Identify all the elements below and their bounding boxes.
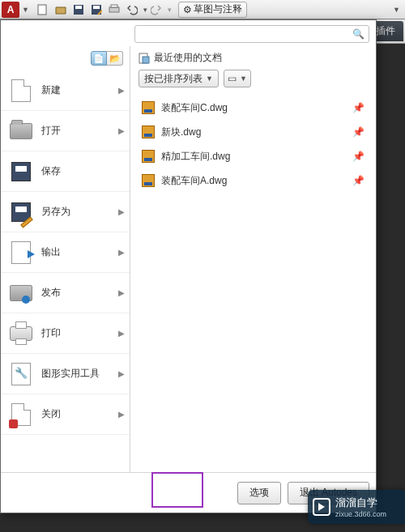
qat-print-icon[interactable] bbox=[106, 2, 122, 18]
play-icon bbox=[313, 498, 330, 516]
search-input[interactable]: 🔍 bbox=[134, 25, 369, 43]
workspace-arrow[interactable]: ▼ bbox=[393, 6, 400, 14]
save-icon bbox=[9, 160, 33, 184]
app-logo[interactable]: A bbox=[2, 2, 19, 18]
chevron-right-icon: ▶ bbox=[118, 288, 125, 297]
chevron-right-icon: ▶ bbox=[118, 369, 125, 378]
new-icon bbox=[9, 79, 33, 103]
export-icon bbox=[9, 240, 33, 265]
gear-icon: ⚙ bbox=[183, 4, 192, 15]
chevron-right-icon: ▶ bbox=[118, 207, 125, 216]
menu-export[interactable]: 输出 ▶ bbox=[1, 232, 130, 273]
svg-rect-6 bbox=[109, 7, 119, 12]
chevron-down-icon: ▼ bbox=[240, 74, 247, 83]
recent-header: 最近使用的文档 bbox=[139, 51, 368, 65]
recent-file-item[interactable]: 新块.dwg 📌 bbox=[139, 120, 368, 144]
left-pane: 📄 📂 新建 ▶ 打开 ▶ 保存 另存为 ▶ bbox=[1, 46, 130, 472]
application-menu: 🔍 📄 📂 新建 ▶ 打开 ▶ 保存 bbox=[0, 19, 377, 513]
view-mode-dropdown[interactable]: ▭ ▼ bbox=[224, 70, 251, 87]
options-button[interactable]: 选项 bbox=[237, 482, 281, 504]
saveas-icon bbox=[9, 200, 33, 224]
quick-access-toolbar: A ▼ ▾ ▾ ⚙ 草图与注释 ▼ bbox=[0, 0, 405, 19]
menu-new[interactable]: 新建 ▶ bbox=[1, 70, 130, 111]
recent-file-item[interactable]: 装配车间C.dwg 📌 bbox=[139, 96, 368, 120]
workspace-dropdown[interactable]: ⚙ 草图与注释 bbox=[178, 2, 247, 18]
watermark: 溜溜自学 zixue.3d66.com bbox=[308, 490, 405, 524]
view-recent-toggle[interactable]: 📄 bbox=[91, 51, 107, 66]
recent-header-icon bbox=[139, 53, 150, 64]
svg-rect-2 bbox=[75, 6, 82, 9]
recent-file-item[interactable]: 精加工车间.dwg 📌 bbox=[139, 144, 368, 168]
chevron-right-icon: ▶ bbox=[118, 410, 125, 419]
dwg-file-icon bbox=[142, 126, 155, 138]
qat-redo-icon[interactable] bbox=[148, 2, 164, 18]
pin-icon[interactable]: 📌 bbox=[352, 175, 364, 186]
view-open-toggle[interactable]: 📂 bbox=[107, 51, 123, 66]
open-doc-icon: 📂 bbox=[109, 53, 121, 64]
qat-undo-arrow[interactable]: ▾ bbox=[143, 6, 147, 14]
chevron-right-icon: ▶ bbox=[118, 86, 125, 95]
svg-rect-0 bbox=[38, 5, 46, 15]
recent-doc-icon: 📄 bbox=[93, 53, 104, 64]
utilities-icon bbox=[9, 362, 33, 386]
svg-rect-9 bbox=[143, 57, 149, 63]
dwg-file-icon bbox=[142, 150, 155, 163]
svg-rect-7 bbox=[111, 5, 117, 7]
svg-rect-4 bbox=[93, 6, 100, 9]
qat-save-icon[interactable] bbox=[70, 2, 87, 18]
chevron-right-icon: ▶ bbox=[118, 329, 125, 338]
dwg-file-icon bbox=[142, 174, 155, 187]
close-icon bbox=[9, 402, 33, 427]
chevron-right-icon: ▶ bbox=[118, 126, 125, 135]
app-menu-arrow[interactable]: ▼ bbox=[22, 6, 29, 14]
qat-saveas-icon[interactable] bbox=[88, 2, 104, 18]
search-icon: 🔍 bbox=[352, 28, 364, 40]
menu-close[interactable]: 关闭 ▶ bbox=[1, 394, 130, 435]
dwg-file-icon bbox=[142, 101, 155, 114]
menu-saveas[interactable]: 另存为 ▶ bbox=[1, 192, 130, 232]
menu-open[interactable]: 打开 ▶ bbox=[1, 111, 130, 151]
pin-icon[interactable]: 📌 bbox=[352, 151, 364, 162]
right-pane: 最近使用的文档 按已排序列表 ▼ ▭ ▼ 装配车间C.dwg 📌 新块.dw bbox=[130, 46, 376, 472]
list-view-icon: ▭ bbox=[228, 73, 237, 84]
publish-icon bbox=[9, 281, 33, 305]
print-icon bbox=[9, 321, 33, 346]
chevron-down-icon: ▼ bbox=[206, 74, 213, 83]
menu-save[interactable]: 保存 bbox=[1, 151, 130, 192]
menu-utilities[interactable]: 图形实用工具 ▶ bbox=[1, 354, 130, 394]
sort-dropdown[interactable]: 按已排序列表 ▼ bbox=[139, 70, 219, 87]
menu-print[interactable]: 打印 ▶ bbox=[1, 313, 130, 354]
qat-redo-arrow[interactable]: ▾ bbox=[168, 6, 172, 14]
qat-open-icon[interactable] bbox=[53, 2, 69, 18]
qat-undo-icon[interactable] bbox=[124, 2, 140, 18]
pin-icon[interactable]: 📌 bbox=[352, 102, 364, 113]
workspace-label: 草图与注释 bbox=[194, 2, 242, 16]
pin-icon[interactable]: 📌 bbox=[352, 126, 364, 138]
chevron-right-icon: ▶ bbox=[118, 248, 125, 257]
open-icon bbox=[9, 119, 33, 143]
qat-new-icon[interactable] bbox=[35, 2, 51, 18]
recent-file-item[interactable]: 装配车间A.dwg 📌 bbox=[139, 168, 368, 193]
menu-publish[interactable]: 发布 ▶ bbox=[1, 273, 130, 313]
